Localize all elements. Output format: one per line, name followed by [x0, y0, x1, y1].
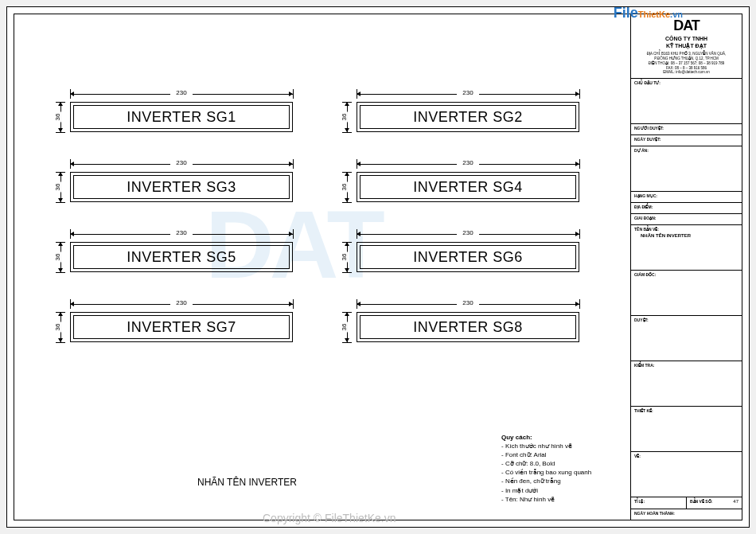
tb-check: KIỂM TRA: [631, 361, 742, 406]
nameplate-outer: INVERTER SG7 [70, 312, 293, 342]
dimension-width: 230 [357, 299, 579, 309]
nameplate-outer: INVERTER SG5 [70, 242, 293, 272]
tb-complete-date: NGÀY HOÀN THÀNH: [631, 509, 742, 520]
spec-item: - Kích thước như hình vẽ [501, 442, 621, 450]
tb-location: ĐỊA ĐIỂM: [631, 202, 742, 213]
tb-scale-sheet: TỈ LỆ: BẢN VẼ SỐ: 47 [631, 497, 742, 509]
nameplate-unit: 230 36 INVERTER SG8 [357, 312, 579, 342]
nameplate-unit: 230 36 INVERTER SG7 [70, 312, 293, 342]
title-block: DAT CÔNG TY TNHH KỸ THUẬT ĐẠT ĐỊA CHỈ: B… [630, 14, 742, 520]
dimension-width: 230 [70, 89, 293, 99]
sheet-title: NHÃN TÊN INVERTER [197, 477, 297, 488]
nameplate-text: INVERTER SG2 [360, 105, 576, 129]
nameplate-unit: 230 36 INVERTER SG6 [357, 242, 579, 272]
tb-director: GIÁM ĐỐC: [631, 270, 742, 315]
nameplate-outer: INVERTER SG6 [357, 242, 579, 272]
nameplate-text: INVERTER SG6 [360, 245, 576, 269]
tb-owner: CHỦ ĐẦU TƯ: [631, 78, 742, 123]
tb-scale: TỈ LỆ: [631, 497, 686, 509]
nameplate-text: INVERTER SG4 [360, 175, 576, 199]
dimension-height: 36 [56, 102, 65, 132]
nameplate-text: INVERTER SG1 [73, 105, 290, 129]
nameplate-unit: 230 36 INVERTER SG1 [70, 102, 293, 132]
tb-project: DỰ ÁN: [631, 146, 742, 191]
spec-item: - Cỡ chữ: 8.0, Bold [501, 459, 621, 468]
nameplate-outer: INVERTER SG1 [70, 102, 293, 132]
spec-heading: Quy cách: [501, 433, 621, 442]
dimension-width: 230 [70, 159, 293, 169]
nameplate-unit: 230 36 INVERTER SG4 [357, 172, 579, 202]
drawing-sheet: DAT 230 36 INVERTER SG1 230 36 INVERTER … [6, 6, 750, 528]
nameplate-text: INVERTER SG3 [73, 175, 290, 199]
dimension-width: 230 [357, 229, 579, 239]
spec-item: - Có viền trắng bao xung quanh [501, 468, 621, 477]
nameplate-grid: 230 36 INVERTER SG1 230 36 INVERTER SG2 … [70, 102, 579, 342]
nameplate-text: INVERTER SG7 [73, 315, 290, 339]
spec-item: - Nền đen, chữ trắng [501, 477, 621, 485]
dimension-height: 36 [342, 312, 352, 342]
dimension-height: 36 [342, 172, 352, 202]
tb-design: THIẾT KẾ: [631, 406, 742, 451]
company-header: DAT CÔNG TY TNHH KỸ THUẬT ĐẠT ĐỊA CHỈ: B… [631, 14, 742, 78]
sheet-border: DAT 230 36 INVERTER SG1 230 36 INVERTER … [14, 14, 742, 520]
nameplate-text: INVERTER SG5 [73, 245, 290, 269]
company-address: ĐỊA CHỈ: B163 KHU PHỐ 3, NGUYỄN VĂN QUÁ,… [634, 52, 738, 75]
drawing-area: DAT 230 36 INVERTER SG1 230 36 INVERTER … [14, 14, 630, 520]
site-watermark-logo: FileThietKe.vn [614, 5, 683, 21]
nameplate-unit: 230 36 INVERTER SG2 [357, 102, 579, 132]
nameplate-unit: 230 36 INVERTER SG5 [70, 242, 293, 272]
tb-sheet-no: BẢN VẼ SỐ: 47 [686, 497, 742, 509]
tb-approve-date: NGÀY DUYỆT: [631, 134, 742, 146]
copyright-watermark: Copyright © FileThietKe.vn [263, 512, 396, 524]
specification-box: Quy cách: - Kích thước như hình vẽ - Fon… [501, 433, 621, 505]
tb-phase: GIAI ĐOẠN: [631, 213, 742, 224]
spec-item: - Font chữ: Arial [501, 450, 621, 459]
tb-category: HẠNG MỤC: [631, 191, 742, 202]
dimension-width: 230 [70, 229, 293, 239]
dimension-width: 230 [357, 89, 579, 99]
company-name: KỸ THUẬT ĐẠT [634, 43, 738, 49]
dimension-height: 36 [342, 242, 352, 272]
nameplate-outer: INVERTER SG8 [357, 312, 579, 342]
spec-item: - In mặt dưới [501, 486, 621, 495]
dimension-width: 230 [70, 299, 293, 309]
nameplate-outer: INVERTER SG4 [357, 172, 579, 202]
tb-draw: VẼ: [631, 451, 742, 497]
dimension-height: 36 [56, 172, 65, 202]
dimension-height: 36 [342, 102, 352, 132]
spec-item: - Tên: Như hình vẽ [501, 495, 621, 504]
nameplate-text: INVERTER SG8 [360, 315, 576, 339]
dimension-width: 230 [357, 159, 579, 169]
dimension-height: 36 [56, 242, 65, 272]
nameplate-unit: 230 36 INVERTER SG3 [70, 172, 293, 202]
nameplate-outer: INVERTER SG3 [70, 172, 293, 202]
tb-approver: NGƯỜI DUYỆT: [631, 123, 742, 134]
dimension-height: 36 [56, 312, 65, 342]
nameplate-outer: INVERTER SG2 [357, 102, 579, 132]
tb-drawing-name: TÊN BẢN VẼ: NHÃN TÊN INVERTER [631, 224, 742, 270]
company-name: CÔNG TY TNHH [634, 36, 738, 41]
tb-approve: DUYỆT: [631, 315, 742, 361]
